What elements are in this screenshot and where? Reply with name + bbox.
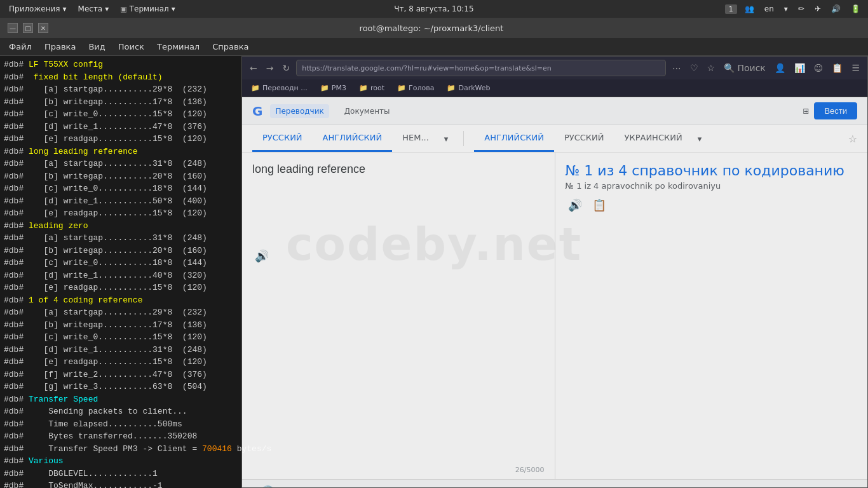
folder-icon-5 [447,84,456,92]
char-count: 26/5000 [515,466,545,474]
folder-icon-4 [397,84,406,92]
sys-bar-left: Приложения ▾ Места ▾ ▣ Терминал ▾ [5,3,179,15]
lang-tab-ru[interactable]: РУССКИЙ [252,125,313,152]
search-icon[interactable]: 🔍 Поиск [721,62,768,74]
grid-icon[interactable]: ⊞ [803,107,809,116]
reload-icon[interactable]: ↻ [280,62,292,74]
airplane-icon: ✈ [812,3,824,15]
menu-bar: Файл Правка Вид Поиск Терминал Справка [0,38,868,56]
dots-icon[interactable]: ⋯ [670,62,684,74]
overlay-window: ← → ↻ https://translate.google.com/?hl=r… [241,56,868,488]
lang-tab-ru-target[interactable]: РУССКИЙ [554,125,614,152]
folder-icon-1 [251,84,260,92]
bookmark-1[interactable]: Переводн ... [247,83,311,93]
folder-icon-2 [320,84,329,92]
translator-ui: G Переводчик Документы ⊞ Вести РУССКИЙ А… [242,97,867,487]
speaker-icon[interactable]: 🔊 [252,247,271,265]
terminal-menu[interactable]: ▣ Терминал ▾ [116,3,179,15]
star-footer-icon: ★ [317,485,329,487]
saved-button[interactable]: ★ Сохранено [303,485,343,487]
nav-docs[interactable]: Документы [339,104,395,118]
terminal-titlebar: — □ ✕ root@maltego: ~/proxmark3/client [0,18,868,38]
volume-icon[interactable]: 🔊 [829,3,843,15]
source-textarea[interactable]: long leading reference [252,163,545,239]
community-icon: 👥 [378,485,394,487]
minimize-button[interactable]: — [8,23,18,33]
places-menu[interactable]: Места ▾ [74,3,113,15]
forward-icon[interactable]: → [264,62,276,74]
lang-tab-en-target[interactable]: АНГЛИЙСКИЙ [474,125,554,152]
lang-tab-de[interactable]: НЕМ... [392,125,439,152]
menu-view[interactable]: Вид [82,39,111,54]
menu-icon[interactable]: ☰ [849,62,862,74]
lang-tab-en[interactable]: АНГЛИЙСКИЙ [313,125,393,152]
url-bar[interactable]: https://translate.google.com/?hl=ru#view… [296,60,666,76]
maximize-button[interactable]: □ [23,23,33,33]
phonetic-text: № 1 iz 4 apravochnik po kodirovaniyu [566,181,858,191]
menu-edit[interactable]: Правка [38,39,82,54]
source-panel-actions: 🔊 [252,247,545,265]
pen-icon: ✏ [796,3,807,15]
apps-menu[interactable]: Приложения ▾ [5,3,71,15]
translator-logo: G [252,104,262,119]
lang-tab-uk[interactable]: УКРАИНСКИЙ [614,125,693,152]
translate-button[interactable]: Вести [814,102,857,119]
lang-selector: РУССКИЙ АНГЛИЙСКИЙ НЕМ... ▾ АНГЛИЙСКИЙ Р… [242,125,867,152]
target-panel-actions: 🔊 📋 [566,196,858,214]
speaker-target-icon[interactable]: 🔊 [566,196,585,214]
lang-indicator[interactable]: en [762,3,776,15]
source-panel: long leading reference 26/5000 🔊 [242,152,555,479]
bar-chart-icon: 📊 [792,62,808,74]
bookmark-3[interactable]: root [355,83,388,93]
translator-header: G Переводчик Документы ⊞ Вести [242,97,867,125]
translation-output: № 1 из 4 справочник по кодированию [566,163,858,179]
translator-nav: Переводчик Документы [270,104,395,118]
translator-footer: 🕐 История ★ Сохранено 👥 Сообщества [242,479,867,487]
star-icon[interactable]: ☆ [704,62,717,74]
close-button[interactable]: ✕ [38,23,48,33]
bookmark-5[interactable]: DarkWeb [443,83,494,93]
people-icon[interactable]: 👥 [742,3,757,15]
profile-icon[interactable]: 👤 [772,62,788,74]
target-panel: № 1 из 4 справочник по кодированию № 1 i… [555,152,868,479]
back-icon[interactable]: ← [247,62,260,74]
menu-help[interactable]: Справка [206,39,255,54]
system-bar: Приложения ▾ Места ▾ ▣ Терминал ▾ Чт, 8 … [0,0,868,18]
terminal-title: root@maltego: ~/proxmark3/client [48,24,815,33]
browser-bar: ← → ↻ https://translate.google.com/?hl=r… [242,57,867,79]
battery-icon: 🔋 [848,3,863,15]
clipboard-icon: 📋 [829,62,845,74]
folder-icon-3 [359,84,368,92]
menu-terminal[interactable]: Терминал [151,39,206,54]
menu-file[interactable]: Файл [3,39,38,54]
lang-more-source[interactable]: ▾ [439,126,454,151]
translator-body: long leading reference 26/5000 🔊 № 1 из … [242,152,867,479]
community-button[interactable]: 👥 Сообщества [363,485,409,487]
menu-search[interactable]: Поиск [112,39,151,54]
history-icon: 🕐 [260,485,276,487]
star-lang-icon[interactable]: ☆ [848,133,857,145]
nav-translator[interactable]: Переводчик [270,104,329,118]
window-controls: — □ ✕ [8,23,48,33]
datetime-display: Чт, 8 августа, 10:15 [394,4,473,13]
history-button[interactable]: 🕐 История [252,485,283,487]
lang-more-target[interactable]: ▾ [693,126,707,151]
smiley-icon: ☺ [811,62,826,74]
bookmarks-bar: Переводн ... PM3 root Голова DarkWeb [242,79,867,97]
workspace-indicator[interactable]: 1 [725,4,737,14]
copy-icon[interactable]: 📋 [590,196,609,214]
sys-bar-right: 1 👥 en ▾ ✏ ✈ 🔊 🔋 [725,3,863,15]
bookmark-4[interactable]: Голова [393,83,438,93]
bookmark-2[interactable]: PM3 [316,83,350,93]
bookmark-icon[interactable]: ♡ [688,62,701,74]
